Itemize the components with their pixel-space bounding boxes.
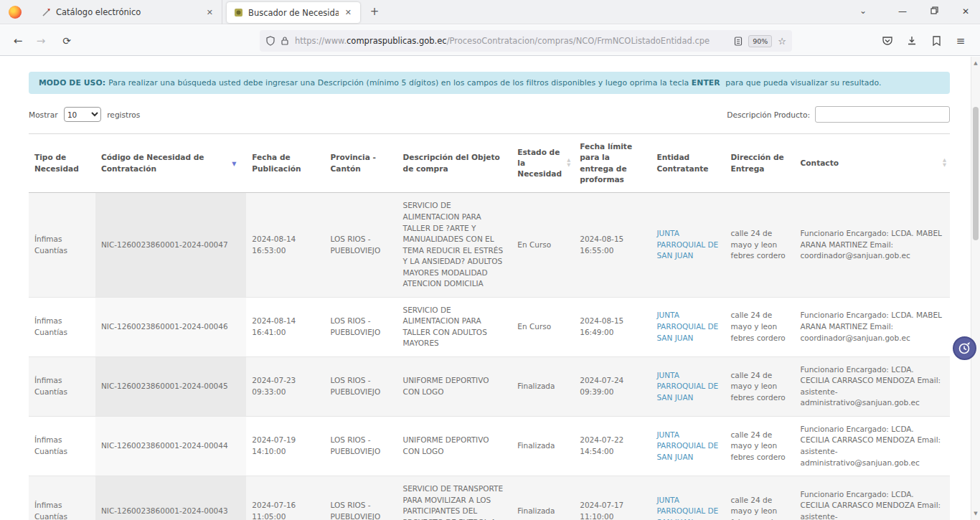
back-button[interactable]: ← (9, 32, 27, 50)
cell-fecha-limite: 2024-07-24 09:39:00 (574, 356, 651, 416)
col-codigo-necesidad[interactable]: Código de Necesidad de Contratación▼ (95, 134, 246, 193)
cell-descripcion: UNIFORME DEPORTIVO CON LOGO (397, 356, 512, 416)
cell-codigo: NIC-1260023860001-2024-00046 (95, 297, 246, 356)
extensions-icon[interactable] (927, 32, 946, 50)
cell-descripcion: SERVICIO DE ALIMENTACION PARA TALLER CON… (397, 297, 512, 356)
col-descripcion-objeto[interactable]: Descripción del Objeto de compra (397, 134, 512, 193)
cell-codigo: NIC-1260023860001-2024-00047 (95, 193, 246, 297)
cell-descripcion: UNIFORME DEPORTIVO CON LOGO (397, 416, 512, 476)
reader-view-icon[interactable] (734, 37, 743, 46)
page-content: MODO DE USO:Para realizar una búsqueda u… (0, 57, 980, 520)
catalogo-favicon-icon (42, 8, 51, 17)
col-direccion-entrega[interactable]: Dirección de Entrega (725, 134, 795, 193)
cell-estado: En Curso (512, 193, 574, 297)
pocket-icon[interactable] (878, 32, 897, 50)
cell-fecha-limite: 2024-08-15 16:49:00 (574, 297, 651, 356)
entidad-link[interactable]: JUNTA PARROQUIAL DE SAN JUAN (656, 496, 718, 520)
cell-estado: Finalizada (512, 356, 574, 416)
cell-fecha-limite: 2024-07-17 11:10:00 (574, 476, 651, 520)
window-close-button[interactable]: ✕ (951, 0, 980, 23)
restore-icon (930, 6, 938, 14)
cell-entidad: JUNTA PARROQUIAL DE SAN JUAN (651, 356, 725, 416)
cell-provincia: LOS RIOS - PUEBLOVIEJO (324, 416, 397, 476)
buscador-favicon-icon (234, 8, 243, 17)
cell-descripcion: SERVICIO DE TRANSPORTE PARA MOVILIZAR A … (397, 476, 512, 520)
tab-close-icon[interactable]: ✕ (205, 8, 215, 17)
entidad-link[interactable]: JUNTA PARROQUIAL DE SAN JUAN (656, 229, 718, 260)
sort-both-icon: ▲▼ (943, 158, 946, 168)
cell-fecha-publicacion: 2024-07-23 09:33:00 (246, 356, 324, 416)
cell-entidad: JUNTA PARROQUIAL DE SAN JUAN (651, 476, 725, 520)
tab-title: Catálogo electrónico (56, 7, 200, 17)
entidad-link[interactable]: JUNTA PARROQUIAL DE SAN JUAN (656, 371, 718, 402)
url-bar[interactable]: https://www.compraspublicas.gob.ec/Proce… (260, 30, 792, 52)
col-tipo-necesidad[interactable]: Tipo de Necesidad (29, 134, 95, 193)
cell-direccion: calle 24 de mayo y leon febres cordero (725, 297, 795, 356)
table-header-row: Tipo de Necesidad Código de Necesidad de… (29, 134, 950, 193)
show-entries-label-after: registros (107, 110, 140, 119)
table-row: Ínfimas Cuantías NIC-1260023860001-2024-… (29, 193, 950, 297)
floating-clock-widget[interactable] (953, 336, 976, 360)
app-menu-icon[interactable]: ≡ (951, 32, 970, 50)
cell-codigo: NIC-1260023860001-2024-00044 (95, 416, 246, 476)
cell-fecha-limite: 2024-07-22 14:54:00 (574, 416, 651, 476)
forward-button[interactable]: → (32, 32, 50, 50)
cell-entidad: JUNTA PARROQUIAL DE SAN JUAN (651, 416, 725, 476)
cell-direccion: calle 24 de mayo y leon febres cordero (725, 193, 795, 297)
cell-contacto: Funcionario Encargado: LCDA. CECILIA CAR… (795, 416, 950, 476)
entidad-link[interactable]: JUNTA PARROQUIAL DE SAN JUAN (656, 430, 718, 461)
col-fecha-publicacion[interactable]: Fecha de Publicación (246, 134, 324, 193)
tab-close-icon[interactable]: ✕ (344, 8, 353, 17)
bookmark-star-icon[interactable]: ☆ (778, 36, 786, 47)
cell-codigo: NIC-1260023860001-2024-00043 (95, 476, 246, 520)
cell-contacto: Funcionario Encargado: LCDA. MABEL ARANA… (795, 193, 950, 297)
reload-button[interactable]: ⟳ (57, 32, 76, 50)
entries-per-page-select[interactable]: 10 (64, 107, 101, 122)
browser-tab-bar: Catálogo electrónico ✕ Buscador de Neces… (0, 0, 980, 24)
col-provincia-canton[interactable]: Provincia - Cantón (324, 134, 397, 193)
table-row: Ínfimas Cuantías NIC-1260023860001-2024-… (29, 356, 950, 416)
table-row: Ínfimas Cuantías NIC-1260023860001-2024-… (29, 476, 950, 520)
browser-toolbar: ← → ⟳ https://www.compraspublicas.gob.ec… (0, 25, 980, 56)
lock-icon[interactable] (281, 36, 289, 46)
tracking-shield-icon[interactable] (265, 36, 275, 46)
cell-contacto: Funcionario Encargado: LCDA. MABEL ARANA… (795, 297, 950, 356)
product-filter-label: Descripción Producto: (727, 110, 810, 119)
cell-fecha-publicacion: 2024-07-19 14:10:00 (246, 416, 324, 476)
scrollbar-thumb[interactable] (973, 107, 979, 240)
cell-estado: Finalizada (512, 476, 574, 520)
col-fecha-limite[interactable]: Fecha límite para la entrega de proforma… (574, 134, 651, 193)
cell-direccion: calle 24 de mayo y leon febres cordero (725, 356, 795, 416)
downloads-icon[interactable] (903, 32, 921, 50)
cell-codigo: NIC-1260023860001-2024-00045 (95, 356, 246, 416)
list-tabs-chevron-icon[interactable]: ⌄ (859, 6, 867, 16)
product-description-filter: Descripción Producto: (727, 106, 950, 123)
cell-provincia: LOS RIOS - PUEBLOVIEJO (324, 356, 397, 416)
cell-tipo: Ínfimas Cuantías (29, 356, 95, 416)
col-contacto[interactable]: Contacto▲▼ (795, 134, 950, 193)
page-scrollbar[interactable]: ▲ ▼ (971, 57, 980, 520)
cell-direccion: calle 24 de mayo y leon febres cordero (725, 476, 795, 520)
scroll-up-arrow-icon[interactable]: ▲ (971, 58, 980, 68)
zoom-level-badge[interactable]: 90% (748, 35, 772, 47)
cell-fecha-publicacion: 2024-08-14 16:53:00 (246, 193, 324, 297)
scroll-down-arrow-icon[interactable]: ▼ (971, 509, 980, 519)
usage-banner: MODO DE USO:Para realizar una búsqueda u… (29, 72, 950, 94)
tab-buscador-necesidades[interactable]: Buscador de Necesidades de Co ✕ (227, 2, 360, 23)
col-estado-necesidad[interactable]: Estado de la Necesidad▲▼ (512, 134, 574, 193)
new-tab-button[interactable]: + (367, 5, 382, 19)
usage-banner-label: MODO DE USO: (39, 78, 105, 88)
cell-provincia: LOS RIOS - PUEBLOVIEJO (324, 193, 397, 297)
cell-entidad: JUNTA PARROQUIAL DE SAN JUAN (651, 297, 725, 356)
window-restore-button[interactable] (920, 0, 948, 23)
tab-catalogo-electronico[interactable]: Catálogo electrónico ✕ (34, 0, 222, 24)
firefox-logo-icon[interactable] (9, 6, 22, 19)
window-minimize-button[interactable]: — (888, 0, 917, 23)
cell-descripcion: SERVICIO DE ALIMENTACION PARA TALLER DE … (397, 193, 512, 297)
cell-direccion: calle 24 de mayo y leon febres cordero (725, 416, 795, 476)
show-entries-control: Mostrar 10 registros (29, 107, 140, 122)
entidad-link[interactable]: JUNTA PARROQUIAL DE SAN JUAN (656, 311, 718, 341)
product-description-input[interactable] (815, 106, 950, 123)
col-entidad-contratante[interactable]: Entidad Contratante (651, 134, 725, 193)
show-entries-label-before: Mostrar (29, 110, 58, 119)
